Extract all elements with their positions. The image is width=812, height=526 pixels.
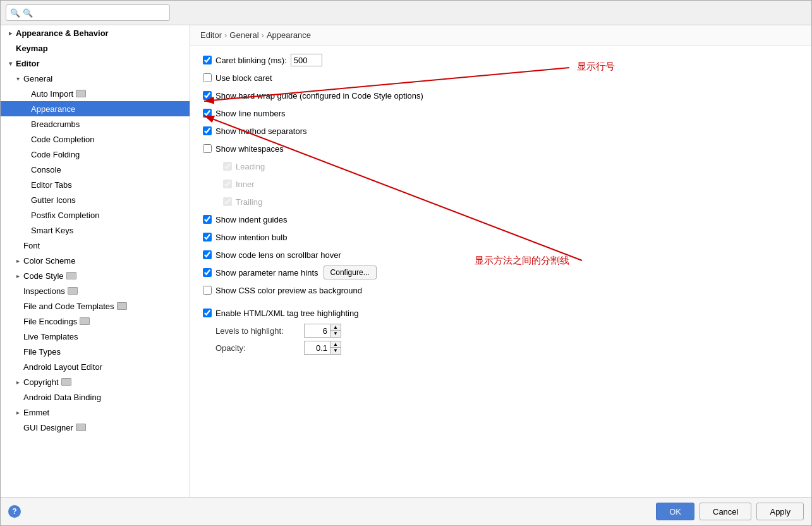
inner-checkbox[interactable] [223, 180, 232, 188]
sidebar-item-gutter-icons[interactable]: Gutter Icons [1, 192, 190, 207]
sidebar-item-live-templates[interactable]: Live Templates [1, 329, 190, 344]
sidebar-item-keymap[interactable]: Keymap [1, 40, 190, 56]
doc-icon-gui-designer [76, 424, 86, 431]
option-use-block-caret: Use block caret [203, 71, 799, 85]
sidebar-item-file-code-templates[interactable]: File and Code Templates [1, 298, 190, 314]
sidebar-item-font[interactable]: Font [1, 238, 190, 253]
sidebar-label-keymap: Keymap [16, 44, 48, 53]
ok-button[interactable]: OK [656, 503, 694, 520]
show-code-lens-checkbox[interactable] [203, 250, 212, 259]
enable-html-label: Enable HTML/XML tag tree highlighting [215, 309, 358, 318]
doc-icon-file-encodings [80, 317, 90, 325]
caret-blinking-input[interactable] [291, 54, 322, 66]
show-indent-guides-checkbox[interactable] [203, 215, 212, 224]
sidebar-item-file-types[interactable]: File Types [1, 344, 190, 359]
help-button[interactable]: ? [8, 505, 21, 518]
doc-icon-auto-import [76, 90, 86, 97]
option-show-css-color: Show CSS color preview as background [203, 283, 799, 297]
top-search-bar: 🔍 [1, 1, 811, 25]
sidebar-label-emmet: Emmet [23, 408, 49, 417]
enable-html-checkbox[interactable] [203, 309, 212, 317]
caret-blinking-checkbox[interactable] [203, 56, 212, 64]
sidebar-item-code-completion[interactable]: Code Completion [1, 132, 190, 147]
breadcrumb-appearance: Appearance [267, 30, 311, 40]
sidebar-item-file-encodings[interactable]: File Encodings [1, 314, 190, 329]
option-show-method-separators: Show method separators [203, 124, 799, 138]
sidebar-item-appearance[interactable]: Appearance [1, 101, 190, 116]
show-method-separators-checkbox[interactable] [203, 126, 212, 135]
opacity-up-btn[interactable]: ▲ [330, 341, 341, 348]
option-leading: Leading [203, 159, 799, 173]
levels-up-btn[interactable]: ▲ [330, 324, 341, 331]
sidebar-label-general: General [23, 74, 52, 83]
levels-input[interactable] [305, 324, 330, 337]
settings-content: Caret blinking (ms): Use block caret Sho… [190, 46, 811, 497]
opacity-label: Opacity: [215, 343, 304, 353]
doc-icon-inspections [68, 287, 78, 295]
sidebar-label-gui-designer: GUI Designer [23, 423, 73, 432]
show-param-hints-label: Show parameter name hints [215, 268, 318, 278]
sidebar-item-auto-import[interactable]: Auto Import [1, 86, 190, 101]
sidebar-label-gutter-icons: Gutter Icons [31, 195, 76, 205]
show-param-hints-checkbox[interactable] [203, 268, 212, 277]
search-input[interactable] [23, 8, 166, 18]
sidebar-item-appearance-behavior[interactable]: ▸Appearance & Behavior [1, 25, 190, 40]
show-intention-bulb-checkbox[interactable] [203, 233, 212, 242]
doc-icon-code-style [66, 272, 76, 279]
separator-1 [203, 301, 799, 306]
sidebar-item-editor-tabs[interactable]: Editor Tabs [1, 177, 190, 192]
search-box[interactable]: 🔍 [6, 4, 170, 21]
toggle-icon-general: ▾ [13, 75, 22, 82]
levels-label: Levels to highlight: [215, 326, 304, 336]
sidebar-item-code-style[interactable]: ▸Code Style [1, 268, 190, 283]
leading-checkbox[interactable] [223, 162, 232, 171]
sidebar-item-android-layout-editor[interactable]: Android Layout Editor [1, 359, 190, 374]
use-block-caret-label: Use block caret [215, 73, 272, 83]
show-css-color-label: Show CSS color preview as background [215, 286, 362, 295]
show-css-color-checkbox[interactable] [203, 286, 212, 295]
option-show-indent-guides: Show indent guides [203, 212, 799, 226]
sidebar-item-android-data-binding[interactable]: Android Data Binding [1, 389, 190, 405]
show-line-numbers-checkbox[interactable] [203, 109, 212, 118]
show-whitespaces-checkbox[interactable] [203, 144, 212, 153]
settings-dialog: 🔍 ▸Appearance & BehaviorKeymap▾Editor▾Ge… [0, 0, 812, 526]
sidebar-label-android-data-binding: Android Data Binding [23, 393, 101, 402]
opacity-spinner: ▲ ▼ [304, 341, 341, 355]
configure-button[interactable]: Configure... [324, 266, 377, 279]
sidebar-item-gui-designer[interactable]: GUI Designer [1, 420, 190, 435]
sidebar-item-breadcrumbs[interactable]: Breadcrumbs [1, 116, 190, 132]
sidebar-label-copyright: Copyright [23, 377, 59, 387]
sidebar-item-code-folding[interactable]: Code Folding [1, 147, 190, 162]
apply-button[interactable]: Apply [756, 503, 804, 520]
show-code-lens-label: Show code lens on scrollbar hover [215, 250, 341, 260]
option-show-param-hints: Show parameter name hints Configure... [203, 266, 799, 279]
sidebar-label-inspections: Inspections [23, 286, 65, 296]
option-show-line-numbers: Show line numbers [203, 106, 799, 120]
show-line-numbers-label: Show line numbers [215, 109, 286, 118]
sidebar: ▸Appearance & BehaviorKeymap▾Editor▾Gene… [1, 25, 190, 497]
sidebar-label-editor-tabs: Editor Tabs [31, 180, 72, 190]
sidebar-item-copyright[interactable]: ▸Copyright [1, 374, 190, 389]
sidebar-label-appearance: Appearance [31, 104, 75, 114]
sidebar-item-color-scheme[interactable]: ▸Color Scheme [1, 253, 190, 268]
sidebar-label-code-completion: Code Completion [31, 135, 94, 144]
cancel-button[interactable]: Cancel [700, 503, 751, 520]
sidebar-item-general[interactable]: ▾General [1, 71, 190, 86]
sidebar-item-emmet[interactable]: ▸Emmet [1, 405, 190, 420]
levels-down-btn[interactable]: ▼ [330, 331, 341, 337]
opacity-down-btn[interactable]: ▼ [330, 348, 341, 354]
opacity-input[interactable] [305, 341, 330, 354]
sidebar-item-postfix-completion[interactable]: Postfix Completion [1, 207, 190, 223]
doc-icon-copyright [61, 378, 71, 386]
sidebar-label-android-layout-editor: Android Layout Editor [23, 362, 102, 372]
sidebar-item-smart-keys[interactable]: Smart Keys [1, 223, 190, 238]
show-hard-wrap-checkbox[interactable] [203, 91, 212, 100]
sidebar-label-editor: Editor [16, 59, 40, 68]
sidebar-label-auto-import: Auto Import [31, 89, 73, 99]
sidebar-item-console[interactable]: Console [1, 162, 190, 177]
sidebar-item-inspections[interactable]: Inspections [1, 283, 190, 298]
sidebar-item-editor[interactable]: ▾Editor [1, 56, 190, 71]
caret-blinking-label: Caret blinking (ms): [215, 56, 287, 65]
use-block-caret-checkbox[interactable] [203, 73, 212, 82]
trailing-checkbox[interactable] [223, 197, 232, 206]
